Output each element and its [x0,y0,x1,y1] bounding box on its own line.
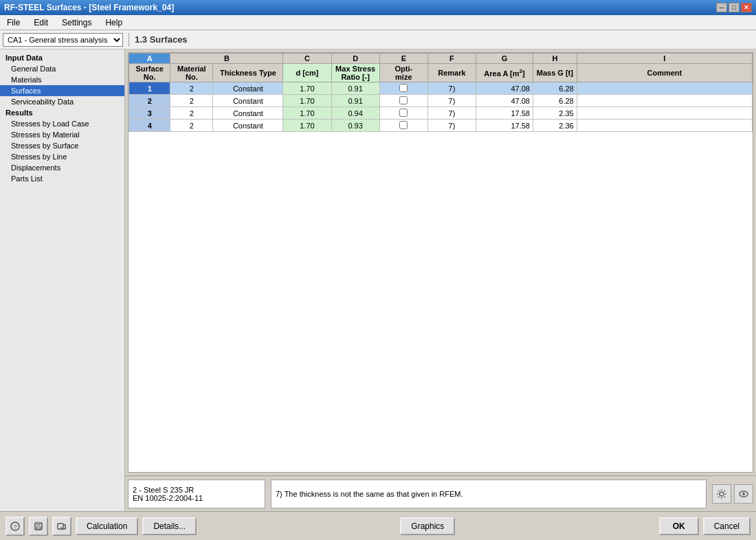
optimize-checkbox[interactable] [399,96,408,104]
col-header-d: d [cm] [283,64,331,82]
window-title: RF-STEEL Surfaces - [Steel Framework_04] [4,3,716,12]
cell-optimize[interactable] [379,95,427,107]
svg-rect-8 [58,524,63,529]
cell-surface-no: 2 [129,95,170,107]
col-header-comment: Comment [577,64,752,82]
close-button[interactable]: ✕ [741,3,752,12]
status-bar: 2 - Steel S 235 JR EN 10025-2:2004-11 7)… [125,475,756,511]
cell-surface-no: 1 [129,82,170,95]
nav-btn-1[interactable]: ? [5,517,25,536]
table-row[interactable]: 3 2 Constant 1.70 0.94 7) 17.58 2.35 [129,107,753,120]
main-content: Input Data General Data Materials Surfac… [0,49,756,511]
title-bar: RF-STEEL Surfaces - [Steel Framework_04]… [0,0,756,15]
optimize-checkbox[interactable] [399,121,408,129]
cell-max-stress[interactable]: 0.94 [331,107,379,120]
grid-area: A B C D E F G H I Surface No. Material N… [125,49,756,511]
cell-area: 47.08 [476,95,533,107]
cell-material-no: 2 [170,82,213,95]
table-header-row-1: A B C D E F G H I [129,54,753,64]
sidebar-item-stresses-surface[interactable]: Stresses by Surface [0,140,124,151]
col-header-i: I [577,54,752,64]
cell-d[interactable]: 1.70 [283,120,331,132]
sidebar-item-stresses-load[interactable]: Stresses by Load Case [0,118,124,129]
col-header-d: D [331,54,379,64]
col-header-a: A [129,54,170,64]
menu-edit[interactable]: Edit [30,16,52,29]
sidebar-item-general-data[interactable]: General Data [0,63,124,74]
svg-rect-7 [36,527,41,529]
calculation-button[interactable]: Calculation [76,517,138,535]
material-note-line2: EN 10025-2:2004-11 [133,494,260,502]
nav-btn-2[interactable] [29,517,48,536]
cell-d[interactable]: 1.70 [283,107,331,120]
col-header-remark: Remark [427,64,476,82]
status-icon-view[interactable] [734,484,753,504]
optimize-checkbox[interactable] [399,109,408,117]
table-row[interactable]: 2 2 Constant 1.70 0.91 7) 47.08 6.28 [129,95,753,107]
sidebar-results-label: Results [0,107,124,118]
cell-mass: 2.35 [533,107,577,120]
status-icon-settings[interactable] [712,484,731,504]
cancel-button[interactable]: Cancel [703,517,751,535]
cell-max-stress[interactable]: 0.91 [331,82,379,95]
button-bar: ? Calculation Details... Graphics OK Can… [0,511,756,540]
table-row[interactable]: 4 2 Constant 1.70 0.93 7) 17.58 2.36 [129,120,753,132]
sidebar-item-stresses-material[interactable]: Stresses by Material [0,129,124,140]
sidebar-input-data-label: Input Data [0,52,124,63]
cell-remark: 7) [427,82,476,95]
menu-bar: File Edit Settings Help [0,15,756,30]
ok-button[interactable]: OK [659,517,699,535]
table-row[interactable]: 1 2 Constant 1.70 0.91 7) 47.08 6.28 [129,82,753,95]
col-header-thickness-type: Thickness Type [213,64,283,82]
cell-optimize[interactable] [379,82,427,95]
svg-point-0 [720,492,724,496]
cell-surface-no: 3 [129,107,170,120]
col-header-h: H [533,54,577,64]
sidebar-item-stresses-line[interactable]: Stresses by Line [0,151,124,162]
cell-area: 17.58 [476,120,533,132]
save-icon [34,521,43,531]
col-header-max-stress: Max Stress Ratio [-] [331,64,379,82]
cell-surface-no: 4 [129,120,170,132]
cell-max-stress[interactable]: 0.93 [331,120,379,132]
data-table: A B C D E F G H I Surface No. Material N… [129,53,753,132]
sidebar: Input Data General Data Materials Surfac… [0,49,125,511]
cell-comment [577,107,752,120]
col-header-g: G [476,54,533,64]
cell-optimize[interactable] [379,107,427,120]
cell-material-no: 2 [170,107,213,120]
cell-comment [577,95,752,107]
window-controls: ─ □ ✕ [716,3,752,12]
graphics-button[interactable]: Graphics [400,517,455,535]
cell-d[interactable]: 1.70 [283,95,331,107]
help-icon: ? [10,521,20,531]
col-header-f: F [427,54,476,64]
col-header-b: B [170,54,283,64]
sidebar-item-surfaces[interactable]: Surfaces [0,85,124,96]
cell-d[interactable]: 1.70 [283,82,331,95]
optimize-checkbox[interactable] [399,84,408,92]
cell-remark: 7) [427,120,476,132]
material-note-line1: 2 - Steel S 235 JR [133,486,260,494]
sidebar-item-serviceability[interactable]: Serviceability Data [0,96,124,107]
col-header-mass: Mass G [t] [533,64,577,82]
details-button[interactable]: Details... [142,517,197,535]
minimize-button[interactable]: ─ [716,3,727,12]
cell-max-stress[interactable]: 0.91 [331,95,379,107]
maximize-button[interactable]: □ [729,3,740,12]
col-header-area: Area A [m2] [476,64,533,82]
cell-area: 17.58 [476,107,533,120]
sidebar-item-displacements[interactable]: Displacements [0,162,124,173]
nav-btn-3[interactable] [52,517,71,536]
menu-file[interactable]: File [3,16,24,29]
toolbar-separator [129,33,129,47]
cell-optimize[interactable] [379,120,427,132]
sidebar-item-materials[interactable]: Materials [0,74,124,85]
col-header-e: E [379,54,427,64]
settings-icon [716,488,727,499]
sidebar-item-parts-list[interactable]: Parts List [0,173,124,184]
menu-help[interactable]: Help [101,16,126,29]
case-selector[interactable]: CA1 - General stress analysis of [3,33,123,47]
cell-area: 47.08 [476,82,533,95]
menu-settings[interactable]: Settings [58,16,96,29]
